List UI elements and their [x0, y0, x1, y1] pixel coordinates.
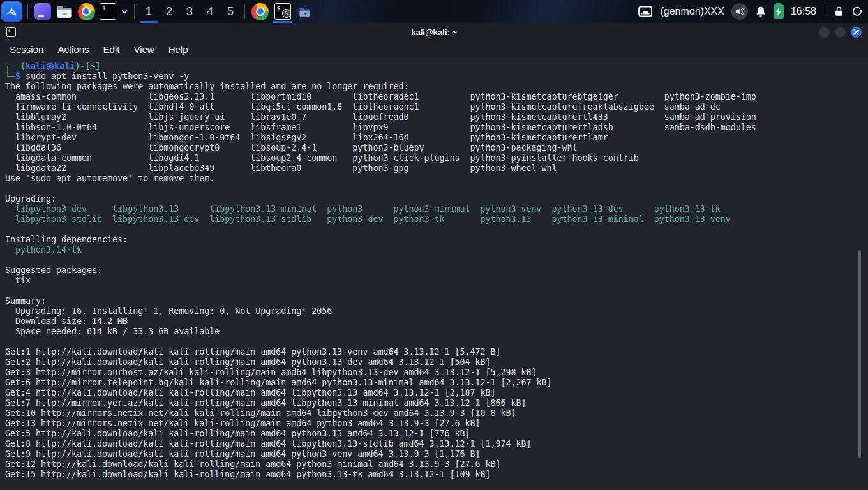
- terminal-line: Get:4 http://kali.download/kali kali-rol…: [5, 388, 868, 398]
- panel-separator: [27, 4, 28, 19]
- terminal-line: Get:9 http://kali.download/kali kali-rol…: [5, 449, 868, 459]
- workspace-1[interactable]: 1: [138, 0, 159, 23]
- terminal-line: [5, 337, 868, 347]
- terminal-line: libgdata22 libplacebo349 libtheora0 pyth…: [5, 163, 868, 174]
- menu-item-session[interactable]: Session: [3, 41, 50, 58]
- genmon-label: (genmon)XXX: [660, 6, 724, 17]
- app-grid-icon: [34, 3, 51, 20]
- terminal-line: [5, 255, 868, 265]
- menu-item-view[interactable]: View: [126, 41, 161, 58]
- terminal-line: amass-common libgeos3.13.1 libportmidi0 …: [5, 92, 868, 102]
- terminal-line: tix: [5, 276, 868, 286]
- window-count-badge: 5: [282, 9, 291, 18]
- chrome-icon: [251, 3, 269, 20]
- volume-button[interactable]: [731, 3, 748, 20]
- terminal-line: libgdata-common libogdi4.1 libsoup2.4-co…: [5, 153, 868, 163]
- bell-icon: [755, 6, 767, 18]
- terminal-line: Installing dependencies:: [5, 235, 868, 245]
- terminal-line: libpython3-dev libpython3.13 libpython3.…: [5, 204, 868, 214]
- terminal-line: [5, 225, 868, 235]
- notifications-button[interactable]: [755, 6, 767, 18]
- window-title: kali@kali: ~: [0, 27, 868, 37]
- workspace-3[interactable]: 3: [179, 0, 200, 23]
- terminal-line: Get:5 http://kali.download/kali kali-rol…: [5, 429, 868, 439]
- workspace-2[interactable]: 2: [159, 0, 179, 23]
- launcher-terminal[interactable]: $_: [99, 2, 117, 21]
- terminal-line: Use 'sudo apt autoremove' to remove them…: [5, 174, 868, 184]
- terminal-line: libgdal36 libmongocrypt0 libsoup-2.4-1 p…: [5, 143, 868, 153]
- terminal-line: Get:13 http://mirrors.netix.net/kali kal…: [5, 419, 868, 429]
- terminal-output: ┌──(kali㉿kali)-[~]└─$ sudo apt install p…: [0, 58, 868, 480]
- chrome-icon: [78, 3, 95, 20]
- terminal-line: Get:1 http://kali.download/kali kali-rol…: [5, 347, 868, 357]
- speaker-icon: [734, 6, 745, 17]
- task-files[interactable]: [294, 0, 315, 23]
- terminal-icon: $_ 5: [274, 3, 291, 20]
- clock[interactable]: 16:58: [791, 6, 816, 17]
- terminal-line: Get:7 http://mirror.yer.az/kali kali-rol…: [5, 398, 868, 408]
- kali-menu-button[interactable]: [1, 1, 22, 22]
- terminal-window: $_ kali@kali: ~ SessionActionsEditViewHe…: [0, 23, 868, 490]
- folder-icon: [56, 4, 73, 19]
- terminal-line: firmware-ti-connectivity libhdf4-0-alt l…: [5, 102, 868, 112]
- terminal-line: Get:12 http://kali.download/kali kali-ro…: [5, 459, 868, 470]
- terminal-line: Upgrading:: [5, 194, 868, 204]
- panel-separator: [825, 4, 825, 19]
- terminal-line: ┌──(kali㉿kali)-[~]: [5, 61, 868, 71]
- menu-bar: SessionActionsEditViewHelp: [0, 41, 868, 58]
- terminal-line: Download size: 14.2 MB: [5, 316, 868, 327]
- panel-separator: [134, 4, 135, 19]
- kali-dragon-icon: [5, 4, 19, 19]
- launcher-menu-button[interactable]: [120, 8, 129, 15]
- workspace-5[interactable]: 5: [220, 0, 241, 23]
- lock-screen-button[interactable]: [834, 6, 844, 17]
- terminal-line: Suggested packages:: [5, 265, 868, 276]
- launcher-file-manager[interactable]: [56, 2, 73, 21]
- task-chrome[interactable]: [250, 0, 271, 23]
- close-icon: [853, 29, 859, 35]
- system-tray: (genmon)XXX 16:58: [638, 0, 863, 23]
- battery-charging-icon[interactable]: [774, 4, 784, 19]
- files-drawer-icon: [296, 3, 313, 20]
- terminal-line: Get:6 http://mirror.telepoint.bg/kali ka…: [5, 378, 868, 388]
- logout-button[interactable]: [851, 6, 863, 17]
- terminal-line: Get:2 http://kali.download/kali kali-rol…: [5, 357, 868, 368]
- workspace-switcher: 12345: [138, 0, 241, 23]
- desktop: $_ 12345 $_ 5: [0, 0, 868, 490]
- menu-item-edit[interactable]: Edit: [96, 41, 127, 58]
- terminal-line: Get:10 http://mirrors.netix.net/kali kal…: [5, 408, 868, 419]
- minimize-button[interactable]: [819, 27, 830, 38]
- logout-arrow-icon: [851, 6, 863, 17]
- terminal-line: Summary:: [5, 296, 868, 306]
- terminal-line: python3.14-tk: [5, 245, 868, 255]
- launcher-chrome[interactable]: [77, 2, 95, 21]
- terminal-line: Get:3 http://mirror.ourhost.az/kali kali…: [5, 368, 868, 378]
- task-terminal[interactable]: $_ 5: [272, 0, 293, 23]
- terminal-line: [5, 184, 868, 194]
- terminal-line: Get:8 http://kali.download/kali kali-rol…: [5, 439, 868, 449]
- workspace-4[interactable]: 4: [200, 0, 220, 23]
- terminal-line: libpython3-stdlib libpython3.13-dev libp…: [5, 214, 868, 225]
- panel-separator: [244, 4, 245, 19]
- launcher-app-grid[interactable]: [34, 2, 52, 21]
- terminal-viewport[interactable]: ┌──(kali㉿kali)-[~]└─$ sudo apt install p…: [0, 58, 868, 490]
- network-icon[interactable]: [638, 5, 653, 18]
- terminal-line: libbson-1.0-0t64 libjs-underscore libsfr…: [5, 122, 868, 133]
- terminal-line: └─$ sudo apt install python3-venv -y: [5, 71, 868, 82]
- terminal-line: Get:15 http://kali.download/kali kali-ro…: [5, 470, 868, 480]
- scrollbar-thumb[interactable]: [858, 250, 861, 458]
- terminal-icon: $_: [100, 3, 116, 20]
- menu-item-actions[interactable]: Actions: [50, 41, 96, 58]
- maximize-button[interactable]: [835, 27, 846, 38]
- lock-icon: [834, 6, 844, 17]
- close-button[interactable]: [851, 27, 862, 38]
- terminal-line: The following packages were automaticall…: [5, 82, 868, 92]
- terminal-line: Upgrading: 16, Installing: 1, Removing: …: [5, 306, 868, 316]
- terminal-icon: $_: [6, 27, 16, 37]
- menu-item-help[interactable]: Help: [161, 41, 195, 58]
- chevron-down-icon: [121, 8, 128, 15]
- window-controls: [819, 27, 862, 38]
- terminal-line: libcrypt-dev libmongoc-1.0-0t64 libsigse…: [5, 133, 868, 143]
- window-titlebar[interactable]: $_ kali@kali: ~: [0, 23, 868, 41]
- terminal-line: Space needed: 614 kB / 33.3 GB available: [5, 327, 868, 337]
